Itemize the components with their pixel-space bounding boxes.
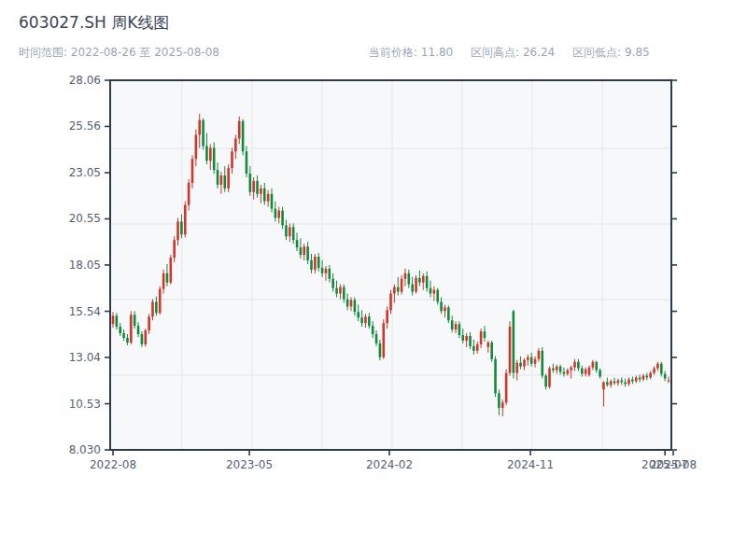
candle-body xyxy=(433,290,436,294)
candle-body xyxy=(289,227,291,236)
candle-body xyxy=(472,346,475,351)
candle-body xyxy=(256,181,259,194)
candle-body xyxy=(116,315,119,327)
candle-body xyxy=(277,211,280,218)
candle-body xyxy=(469,336,472,346)
candle-body xyxy=(112,315,115,324)
candle-body xyxy=(624,382,627,384)
candle-body xyxy=(180,221,183,234)
candle-body xyxy=(602,382,605,389)
candle-body xyxy=(184,205,187,235)
candle-body xyxy=(119,327,121,333)
x-axis-label: 2022-08 xyxy=(90,458,136,471)
candle-body xyxy=(188,183,190,205)
candle-body xyxy=(246,151,248,174)
plot-panel xyxy=(110,80,671,450)
candle-body xyxy=(567,371,570,374)
candle-body xyxy=(613,381,616,383)
y-axis-label: 28.06 xyxy=(69,74,101,87)
x-axis-label: 2025-08 xyxy=(650,458,697,471)
candle-body xyxy=(509,327,512,372)
candle-body xyxy=(249,174,252,192)
candle-body xyxy=(213,147,216,170)
candle-body xyxy=(292,227,295,240)
candle-body xyxy=(422,276,425,283)
candle-body xyxy=(653,369,655,373)
candle-body xyxy=(484,331,486,338)
candle-body xyxy=(530,357,533,364)
candle-body xyxy=(325,269,328,273)
candle-body xyxy=(527,357,529,360)
candle-body xyxy=(260,189,262,194)
candle-body xyxy=(271,194,274,209)
candle-body xyxy=(317,257,320,268)
candle-body xyxy=(649,373,652,378)
candle-body xyxy=(570,368,572,371)
candle-body xyxy=(501,402,504,408)
candle-body xyxy=(339,287,342,294)
candle-body xyxy=(231,151,233,168)
candle-body xyxy=(314,257,317,270)
candle-body xyxy=(159,289,162,314)
candle-body xyxy=(573,362,576,368)
candle-body xyxy=(321,268,324,273)
x-axis-label: 2024-11 xyxy=(507,458,554,471)
candle-body xyxy=(585,370,587,374)
candle-body xyxy=(234,138,237,151)
candle-body xyxy=(310,260,313,270)
candle-body xyxy=(173,240,176,258)
candle-body xyxy=(664,374,667,379)
candle-body xyxy=(360,317,363,323)
candle-body xyxy=(476,344,479,351)
candle-body xyxy=(519,363,522,367)
candle-body xyxy=(451,320,454,329)
candle-body xyxy=(368,316,371,326)
y-axis-label: 10.53 xyxy=(69,398,101,411)
candle-body xyxy=(238,121,241,139)
candle-body xyxy=(242,121,245,152)
candle-body xyxy=(415,278,417,292)
candle-body xyxy=(631,379,634,381)
x-axis-label: 2023-05 xyxy=(226,458,273,471)
candle-body xyxy=(252,181,255,192)
candle-body xyxy=(639,378,641,380)
candle-body xyxy=(494,359,497,394)
candle-body xyxy=(285,225,288,236)
candle-body xyxy=(487,343,490,347)
candle-body xyxy=(465,336,468,341)
candle-body xyxy=(592,362,595,368)
x-axis-label: 2024-02 xyxy=(366,458,413,471)
y-axis-label: 8.030 xyxy=(69,443,101,456)
candle-body xyxy=(176,221,179,240)
candle-body xyxy=(458,324,461,335)
candle-body xyxy=(646,376,649,378)
candle-body xyxy=(329,269,331,279)
candle-body xyxy=(220,175,223,185)
candle-body xyxy=(202,120,204,147)
candle-body xyxy=(296,240,299,247)
candle-body xyxy=(375,334,378,343)
y-axis-label: 18.05 xyxy=(69,259,101,272)
candle-body xyxy=(660,364,663,374)
candle-body xyxy=(606,382,609,385)
candle-body xyxy=(166,273,169,283)
candle-body xyxy=(357,312,359,317)
candle-body xyxy=(141,334,144,344)
candle-body xyxy=(541,351,543,376)
candle-body xyxy=(610,381,613,385)
candle-body xyxy=(642,376,645,380)
candle-body xyxy=(447,307,450,320)
candle-body xyxy=(490,343,493,359)
y-axis-label: 13.04 xyxy=(69,351,101,364)
candle-body xyxy=(404,273,407,279)
candle-body xyxy=(162,273,165,289)
candle-body xyxy=(155,301,158,313)
candle-body xyxy=(418,278,421,283)
candle-body xyxy=(306,246,309,260)
candle-body xyxy=(599,371,601,377)
candle-body xyxy=(275,209,277,218)
candle-body xyxy=(364,316,367,323)
candle-body xyxy=(444,307,446,311)
candle-body xyxy=(137,326,140,334)
y-axis-label: 25.56 xyxy=(69,119,101,133)
